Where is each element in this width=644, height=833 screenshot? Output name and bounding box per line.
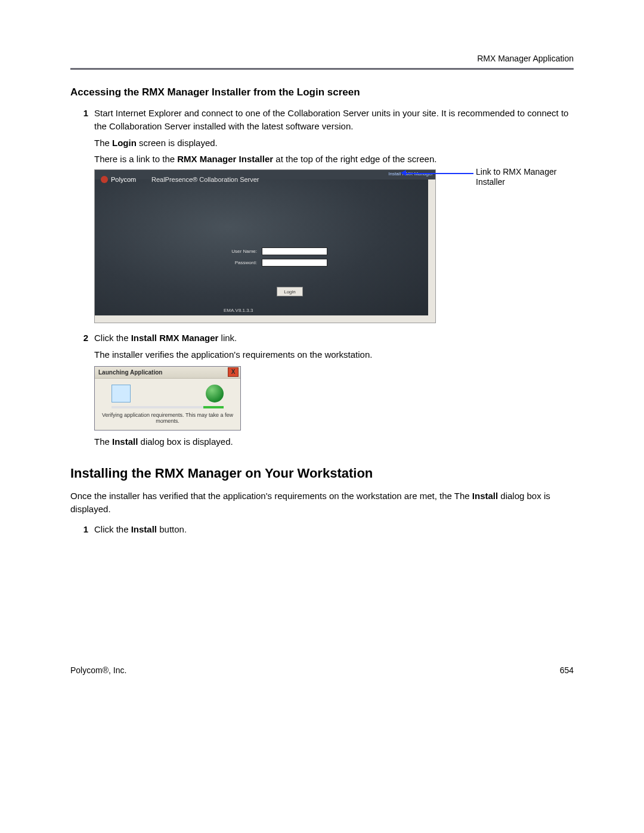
brand-text: Polycom (111, 176, 136, 183)
dialog-title: Launching Application (98, 369, 162, 376)
step-text: Click the Install button. (94, 523, 574, 536)
product-name: RealPresence® Collaboration Server (151, 176, 259, 183)
section2-title: Installing the RMX Manager on Your Works… (70, 466, 574, 481)
txt: dialog box is displayed. (138, 436, 233, 447)
step-number: 2 (70, 332, 94, 345)
txt: The (94, 138, 112, 148)
footer-left: Polycom®, Inc. (70, 665, 126, 675)
password-input[interactable] (262, 259, 327, 267)
txt: button. (157, 524, 187, 534)
s2-intro: Once the installer has verified that the… (70, 490, 574, 516)
txt: screen is displayed. (137, 138, 218, 148)
page-number: 654 (560, 665, 574, 675)
txt: The (94, 436, 112, 447)
figure-launching-dialog: Launching Application X Verifying applic… (94, 366, 241, 431)
bold: Install (472, 491, 498, 501)
step-text: Start Internet Explorer and connect to o… (94, 107, 574, 133)
version-label: EMA.V8.1.3.3 (224, 308, 253, 313)
username-input[interactable] (262, 247, 327, 255)
callout-line (404, 173, 473, 174)
login-screenshot: Install RMX Manager Polycom RealPresence… (94, 169, 436, 323)
s1-verify: The installer verifies the application's… (94, 348, 574, 361)
txt: link. (218, 333, 237, 343)
s2-step1: 1 Click the Install button. (70, 523, 574, 536)
bold: Login (112, 138, 137, 148)
scrollbar-vertical[interactable] (428, 179, 435, 315)
s1-install-displayed: The Install dialog box is displayed. (94, 435, 574, 448)
brand: Polycom (101, 176, 136, 183)
password-label: Password: (224, 260, 257, 265)
s1-link-line: There is a link to the RMX Manager Insta… (94, 153, 574, 166)
computer-icon (112, 385, 131, 402)
running-header: RMX Manager Application (70, 54, 574, 63)
bold: Install (112, 436, 138, 447)
close-button[interactable]: X (228, 367, 239, 377)
s1-step1: 1 Start Internet Explorer and connect to… (70, 107, 574, 133)
close-icon: X (231, 369, 236, 375)
page-footer: Polycom®, Inc. 654 (70, 665, 574, 675)
dialog-message: Verifying application requirements. This… (101, 412, 234, 424)
login-button[interactable]: Login (277, 287, 303, 296)
step-number: 1 (70, 523, 94, 536)
bold: Install RMX Manager (131, 333, 219, 343)
figure-login-screen: Install RMX Manager Polycom RealPresence… (94, 169, 571, 326)
username-label: User Name: (224, 249, 257, 254)
section1-title: Accessing the RMX Manager Installer from… (70, 86, 574, 98)
txt: at the top of the right edge of the scre… (273, 154, 436, 164)
step-number: 1 (70, 107, 94, 133)
scrollbar-horizontal[interactable] (95, 315, 435, 323)
txt: Click the (94, 333, 131, 343)
dialog-titlebar: Launching Application X (95, 367, 240, 379)
login-form: User Name: Password: (224, 247, 327, 270)
progress-bar (112, 406, 224, 408)
txt: Once the installer has verified that the… (70, 491, 472, 501)
txt: Click the (94, 524, 131, 534)
step-text: Click the Install RMX Manager link. (94, 332, 574, 345)
callout-text: Link to RMX Manager Installer (476, 167, 571, 187)
header-rule (70, 68, 574, 70)
dialog-body: Verifying application requirements. This… (95, 379, 240, 430)
txt: There is a link to the (94, 154, 177, 164)
bold: RMX Manager Installer (177, 154, 273, 164)
s1-step2: 2 Click the Install RMX Manager link. (70, 332, 574, 345)
polycom-logo-icon (101, 176, 108, 183)
s1-login-displayed: The Login screen is displayed. (94, 137, 574, 150)
globe-icon (206, 385, 224, 402)
bold: Install (131, 524, 157, 534)
